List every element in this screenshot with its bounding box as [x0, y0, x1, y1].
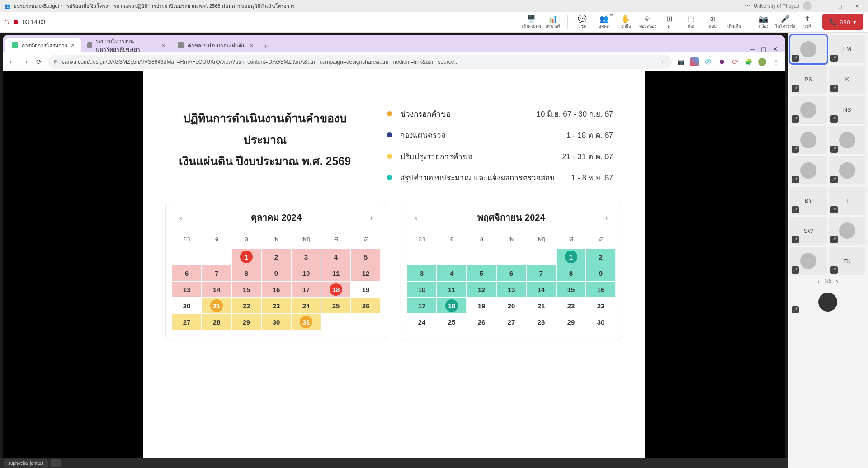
meeting-controls: 03:14:03 🖥️เข้าควบคุม 📊เพาเวอร์ 💬แชท 👥20…	[0, 12, 868, 33]
back-button[interactable]: ←	[7, 58, 16, 66]
cal-prev-button[interactable]: ‹	[176, 213, 187, 223]
cal-dow: ศ	[321, 231, 350, 248]
people-button[interactable]: 👥208บุคคล	[594, 13, 614, 31]
browser-menu-icon[interactable]: ⋮	[771, 57, 780, 66]
tab-close-button[interactable]: ×	[161, 42, 165, 49]
browser-tab[interactable]: คำของบประมาณแผ่นดิน×	[171, 38, 259, 52]
participant-tile[interactable]: 🎤	[790, 247, 827, 275]
participant-tile[interactable]: T🎤	[829, 187, 866, 215]
forward-button[interactable]: →	[21, 58, 30, 66]
camera-button[interactable]: 📷กล้อง	[754, 13, 774, 31]
cal-day: 22	[232, 298, 261, 313]
apps-button[interactable]: ⊕แอป	[703, 13, 722, 31]
ext-color-icon[interactable]	[690, 57, 699, 66]
browser-tab-strip: การจัดการโครงการ×ระบบบริหารงานมหาวิทยาลั…	[3, 35, 785, 52]
mic-muted-icon: 🎤	[792, 146, 799, 153]
cal-day: 11	[437, 282, 466, 297]
calendar-october: ‹ ตุลาคม 2024 › อาจอพพฤศส123456789101112…	[165, 202, 387, 340]
cal-day: 16	[586, 282, 615, 297]
participant-avatar	[839, 162, 855, 179]
ext-skype-icon[interactable]: Ⓢ	[703, 57, 712, 66]
participant-tile[interactable]: 🎤	[790, 156, 827, 184]
participant-tile[interactable]: 🎤	[829, 217, 866, 245]
tab-close-button[interactable]: ×	[250, 42, 253, 49]
browser-tab[interactable]: ระบบบริหารงานมหาวิทยาลัยพะเยา×	[81, 38, 171, 52]
site-info-icon[interactable]: ⚙	[53, 59, 58, 65]
canva-slide: ปฏิทินการดำเนินงานด้านคำของบประมาณ เงินแ…	[143, 71, 645, 458]
participant-tile[interactable]: 🎤	[790, 35, 827, 63]
participant-tile[interactable]: SW🎤	[790, 217, 827, 245]
react-button[interactable]: ☺ตอบสนอง	[637, 13, 657, 31]
participant-avatar	[800, 102, 816, 118]
leave-button[interactable]: 📞ออก▾	[822, 14, 863, 30]
browser-close-button[interactable]: ✕	[773, 46, 778, 52]
profile-icon[interactable]	[758, 57, 767, 66]
rooms-button[interactable]: ⬚ห้อง	[681, 13, 701, 31]
chat-button[interactable]: 💬แชท	[572, 13, 592, 31]
cal-day: 16	[262, 282, 291, 297]
cal-day: 27	[497, 314, 526, 330]
legend-dot-icon	[387, 175, 392, 180]
legend-label: กองแผนตรวจ	[400, 129, 566, 141]
more-icon[interactable]: ⋯	[745, 3, 750, 9]
bookmark-icon[interactable]: ☆	[661, 59, 666, 65]
participant-tile[interactable]: NS🎤	[829, 96, 866, 124]
new-tab-button[interactable]: +	[259, 40, 272, 52]
cal-day	[437, 249, 466, 265]
maximize-button[interactable]: ▢	[833, 3, 846, 9]
teams-icon: 👥	[5, 3, 11, 9]
view-button[interactable]: ⊞ดู	[659, 13, 679, 31]
browser-tab[interactable]: การจัดการโครงการ×	[5, 38, 81, 52]
mic-button[interactable]: 🎤ไมโครโฟน	[775, 13, 795, 31]
cal-dow: พฤ	[527, 231, 556, 248]
ext-c-icon[interactable]: C¹	[731, 57, 740, 66]
mic-muted-icon: 🎤	[830, 146, 838, 153]
tab-label: การจัดการโครงการ	[22, 41, 67, 50]
taskbar-add-button[interactable]: +	[51, 459, 61, 467]
participant-tile[interactable]: 🎤	[829, 156, 866, 184]
raise-hand-button[interactable]: ✋ยกมือ	[616, 13, 636, 31]
cal-day	[351, 314, 380, 330]
participant-tile[interactable]: TK🎤	[829, 247, 866, 275]
ext-shield-icon[interactable]: ⬢	[717, 57, 726, 66]
audio-share-button[interactable]: ⬆แชร์	[797, 13, 817, 31]
participant-tile[interactable]: 🎤	[829, 126, 866, 154]
phone-icon: 📞	[830, 19, 837, 25]
cal-day: 28	[527, 314, 556, 330]
browser-minimize-button[interactable]: ─	[750, 46, 755, 52]
minimize-button[interactable]: ─	[816, 3, 829, 9]
participant-tile[interactable]: 🎤	[790, 126, 827, 154]
browser-maximize-button[interactable]: ▢	[761, 46, 766, 52]
url-input[interactable]: ⚙ canva.com/design/DAGSMZjt5nA/VS8643dMa…	[48, 55, 672, 69]
participant-tile[interactable]: PS🎤	[790, 66, 827, 94]
close-button[interactable]: ✕	[850, 3, 863, 9]
extensions-icon[interactable]: 🧩	[744, 57, 753, 66]
more-button[interactable]: ⋯เพิ่มเติม	[724, 13, 744, 31]
pager-next-button[interactable]: ›	[836, 278, 838, 285]
cal-day: 27	[172, 314, 201, 330]
cal-next-button[interactable]: ›	[366, 213, 377, 223]
participants-panel: 🎤LM🎤PS🎤K🎤🎤NS🎤🎤🎤🎤🎤BY🎤T🎤SW🎤🎤🎤TK🎤 ‹ 1/5 › 🎤	[788, 33, 868, 468]
cal-day: 23	[262, 298, 291, 313]
legend-dot-icon	[387, 132, 392, 137]
participant-tile[interactable]: 🎤	[790, 96, 827, 124]
cal-prev-button[interactable]: ‹	[411, 213, 422, 223]
user-avatar[interactable]	[803, 1, 812, 10]
tab-close-button[interactable]: ×	[71, 42, 75, 49]
participant-tile[interactable]: BY🎤	[790, 187, 827, 215]
participant-tile[interactable]: K🎤	[829, 66, 866, 94]
participant-avatar	[800, 41, 816, 57]
legend-date: 21 - 31 ต.ค. 67	[562, 150, 613, 162]
record-time: 03:14:03	[23, 19, 46, 25]
participant-tile[interactable]: LM🎤	[829, 35, 866, 63]
host-tile[interactable]: 🎤	[790, 289, 865, 315]
pager-prev-button[interactable]: ‹	[817, 278, 820, 285]
cal-next-button[interactable]: ›	[601, 213, 612, 223]
powerpoint-button[interactable]: 📊เพาเวอร์	[543, 13, 563, 31]
share-control-button[interactable]: 🖥️เข้าควบคุม	[521, 13, 541, 31]
taskbar-user-tab[interactable]: suphachai jantaut	[4, 459, 48, 467]
cal-day-marker: 31	[300, 316, 312, 328]
reload-button[interactable]: ⟳	[34, 58, 43, 66]
ext-camera-icon[interactable]: 📷	[676, 57, 685, 66]
cal-day	[467, 249, 496, 265]
